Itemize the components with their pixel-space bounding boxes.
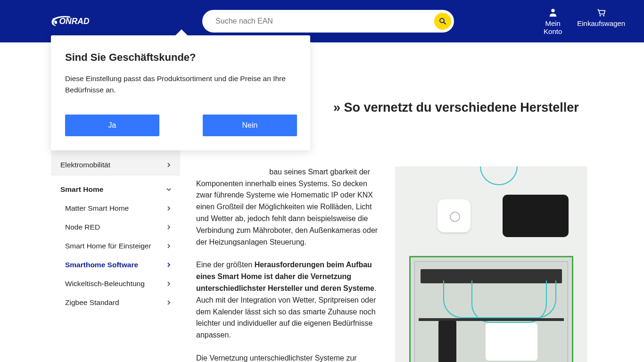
chevron-right-icon (166, 243, 172, 249)
paragraph-1: Wer sich mit dem Auf bau seines Smart gb… (196, 166, 384, 248)
cart-link[interactable]: Einkaufswagen (577, 7, 625, 35)
search-button[interactable] (434, 13, 451, 30)
business-customer-popover: Sind Sie Geschäftskunde? Diese Einstellu… (51, 35, 310, 150)
sidebar-item-label: Wickeltisch-Beleuchtung (65, 279, 145, 288)
sidebar-item-smart-home[interactable]: Smart Home (51, 175, 180, 199)
sidebar-item-label: Smart Home für Einsteiger (65, 241, 151, 251)
sidebar-item-zigbee[interactable]: Zigbee Standard (51, 293, 180, 312)
search-input[interactable] (202, 10, 454, 33)
sidebar-item-label: Node RED (65, 222, 100, 232)
svg-line-3 (444, 22, 446, 24)
chevron-right-icon (166, 300, 172, 305)
svg-point-6 (603, 15, 604, 16)
sidebar-item-matter[interactable]: Matter Smart Home (51, 199, 180, 218)
sidebar-item-elektromobilitaet[interactable]: Elektromobilität (51, 156, 180, 174)
article: Wer sich mit dem Auf bau seines Smart gb… (196, 166, 587, 362)
article-image (395, 166, 587, 362)
chevron-down-icon (166, 187, 172, 192)
paragraph-3: Die Vernetzung unterschiedlichster Syste… (196, 353, 384, 362)
article-text: Wer sich mit dem Auf bau seines Smart gb… (196, 166, 384, 362)
chevron-right-icon (166, 262, 172, 268)
svg-point-5 (600, 15, 601, 16)
svg-point-0 (54, 20, 58, 25)
popover-text: Diese Einstellung passt das Produktsorti… (65, 73, 296, 96)
hub-device-2 (503, 195, 569, 237)
user-icon (548, 7, 558, 17)
popover-yes-button[interactable]: Ja (65, 115, 159, 136)
chevron-right-icon (166, 281, 172, 287)
chevron-right-icon (166, 206, 172, 211)
sidebar-item-label: Elektromobilität (60, 160, 110, 170)
cart-icon (596, 7, 606, 17)
popover-no-button[interactable]: Nein (203, 115, 297, 136)
popover-title: Sind Sie Geschäftskunde? (65, 51, 296, 64)
logo[interactable]: ONRAD (51, 11, 113, 32)
sidebar-item-smarthome-software[interactable]: Smarthome Software (51, 255, 180, 274)
popover-buttons: Ja Nein (65, 115, 296, 136)
conrad-logo-icon: ONRAD (51, 14, 113, 29)
header-right: Mein Konto Einkaufswagen (544, 7, 625, 35)
svg-point-4 (551, 9, 554, 12)
svg-text:ONRAD: ONRAD (59, 16, 89, 26)
sidebar-item-label: Zigbee Standard (65, 298, 119, 307)
cart-label: Einkaufswagen (577, 19, 625, 27)
hub-device-1 (438, 199, 471, 232)
search-icon (438, 17, 447, 25)
search-wrap (202, 10, 454, 33)
account-label: Mein Konto (544, 19, 562, 35)
chevron-right-icon (166, 162, 172, 168)
account-link[interactable]: Mein Konto (544, 7, 562, 35)
sidebar-item-label: Smart Home (60, 185, 103, 194)
sidebar-item-label: Matter Smart Home (65, 204, 129, 213)
sidebar-item-node-red[interactable]: Node RED (51, 218, 180, 237)
paragraph-2: Eine der größten Herausforderungen beim … (196, 259, 384, 341)
sidebar-item-wickeltisch[interactable]: Wickeltisch-Beleuchtung (51, 274, 180, 293)
network-rack (409, 256, 573, 362)
sidebar-item-label: Smarthome Software (65, 260, 138, 270)
sidebar-item-einsteiger[interactable]: Smart Home für Einsteiger (51, 237, 180, 255)
chevron-right-icon (166, 224, 172, 230)
